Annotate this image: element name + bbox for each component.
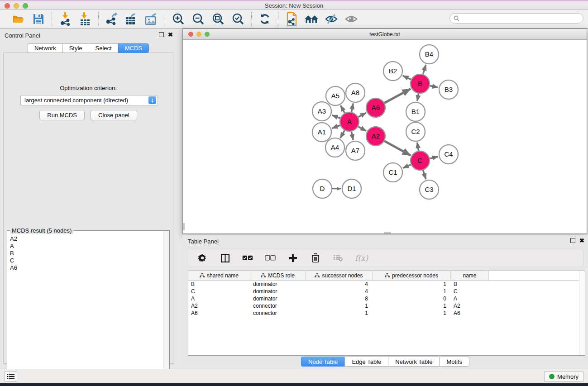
split-columns-icon[interactable]: [219, 252, 231, 264]
cell-shared-name[interactable]: A6: [188, 310, 250, 317]
result-list-item[interactable]: A6: [8, 264, 163, 272]
table-row[interactable]: Bdominator41B: [188, 281, 585, 288]
task-history-button[interactable]: [5, 371, 17, 382]
cell-successor-nodes[interactable]: 1: [306, 310, 373, 317]
network-horizontal-scroll-thumb[interactable]: [384, 232, 391, 234]
network-vertical-scroll-thumb[interactable]: [183, 223, 185, 230]
edge-B-B3[interactable]: [430, 86, 438, 87]
column-header-name[interactable]: name: [451, 271, 489, 280]
cell-shared-name[interactable]: A: [188, 295, 250, 302]
cell-name[interactable]: A6: [451, 310, 489, 317]
open-file-icon[interactable]: [11, 12, 26, 26]
cell-name[interactable]: C: [451, 288, 489, 295]
table-row[interactable]: Adominator80A: [188, 295, 585, 302]
cell-predecessor-nodes[interactable]: 1: [373, 281, 451, 288]
float-panel-icon[interactable]: [159, 32, 164, 37]
edge-A-A5[interactable]: [340, 105, 344, 113]
edge-B-B1[interactable]: [417, 94, 419, 101]
network-window-titlebar[interactable]: testGlobe.txt: [183, 29, 587, 40]
export-table-icon[interactable]: [124, 12, 139, 26]
edge-A-A4[interactable]: [340, 130, 344, 138]
cell-name[interactable]: B: [451, 281, 489, 288]
close-panel-icon[interactable]: ✖: [168, 32, 173, 37]
cell-successor-nodes[interactable]: 4: [306, 281, 373, 288]
cell-MCDS-role[interactable]: dominator: [250, 295, 306, 302]
import-table-icon[interactable]: [77, 12, 93, 26]
tab-mcds[interactable]: MCDS: [118, 43, 149, 53]
tab-style[interactable]: Style: [62, 43, 89, 53]
column-header-MCDS-role[interactable]: MCDS role: [250, 271, 306, 280]
tab-network-table[interactable]: Network Table: [388, 357, 439, 367]
zoom-selected-icon[interactable]: [230, 12, 246, 26]
gear-icon[interactable]: [196, 252, 208, 264]
table-row[interactable]: Cdominator41C: [188, 288, 585, 295]
run-mcds-button[interactable]: Run MCDS: [39, 110, 85, 120]
edge-A-A2[interactable]: [358, 127, 366, 131]
show-all-icon[interactable]: [344, 12, 359, 26]
result-list-item[interactable]: C: [8, 257, 163, 264]
cell-name[interactable]: A: [451, 295, 489, 302]
edge-B-B2[interactable]: [403, 76, 411, 80]
cell-predecessor-nodes[interactable]: 1: [373, 302, 451, 310]
cell-shared-name[interactable]: C: [188, 288, 250, 295]
optimization-criterion-select[interactable]: largest connected component (directed) ▲…: [20, 95, 158, 105]
mcds-result-scrollbar[interactable]: [163, 231, 169, 386]
zoom-fit-icon[interactable]: [210, 12, 226, 26]
cell-shared-name[interactable]: A2: [188, 302, 250, 310]
edge-A-A3[interactable]: [332, 115, 340, 118]
tab-select[interactable]: Select: [89, 43, 118, 53]
tab-edge-table[interactable]: Edge Table: [344, 357, 388, 367]
memory-button[interactable]: Memory: [544, 371, 583, 382]
zoom-in-icon[interactable]: [171, 12, 186, 26]
cell-predecessor-nodes[interactable]: 0: [373, 295, 451, 302]
cell-MCDS-role[interactable]: dominator: [250, 288, 306, 295]
delete-icon[interactable]: [310, 252, 321, 264]
select-all-checkboxes-icon[interactable]: [242, 252, 253, 264]
edge-A-A7[interactable]: [351, 132, 353, 140]
cell-MCDS-role[interactable]: dominator: [250, 281, 306, 288]
add-column-icon[interactable]: [287, 252, 299, 264]
import-network-icon[interactable]: [57, 12, 73, 26]
table-row[interactable]: A6connector11A6: [188, 310, 585, 317]
search-field[interactable]: [449, 13, 583, 24]
refresh-layout-icon[interactable]: [257, 12, 272, 26]
tab-motifs[interactable]: Motifs: [439, 357, 469, 367]
export-network-icon[interactable]: [104, 12, 120, 26]
delete-table-icon[interactable]: [332, 252, 344, 264]
function-builder-icon[interactable]: f(x): [355, 252, 368, 264]
clear-checkboxes-icon[interactable]: [264, 252, 276, 264]
export-image-icon[interactable]: [144, 12, 159, 26]
column-header-shared-name[interactable]: shared name: [188, 271, 250, 280]
zoom-out-icon[interactable]: [191, 12, 206, 26]
tab-node-table[interactable]: Node Table: [301, 357, 345, 367]
cell-MCDS-role[interactable]: connector: [250, 310, 306, 317]
column-header-successor-nodes[interactable]: successor nodes: [306, 271, 373, 280]
cell-predecessor-nodes[interactable]: 1: [373, 310, 451, 317]
save-session-icon[interactable]: [31, 12, 46, 26]
edge-C-C3[interactable]: [423, 170, 426, 179]
cell-predecessor-nodes[interactable]: 1: [373, 288, 451, 295]
column-header-predecessor-nodes[interactable]: predecessor nodes: [373, 271, 451, 280]
edge-A-A1[interactable]: [332, 125, 340, 129]
cell-successor-nodes[interactable]: 4: [306, 288, 373, 295]
tab-network[interactable]: Network: [28, 43, 62, 53]
result-list-item[interactable]: A: [8, 243, 163, 250]
edge-A-A6[interactable]: [358, 113, 366, 117]
edge-B-B4[interactable]: [423, 65, 425, 74]
network-file-icon[interactable]: [284, 12, 299, 26]
edge-C-C1[interactable]: [403, 165, 411, 168]
close-table-panel-icon[interactable]: ✖: [579, 238, 584, 243]
float-table-panel-icon[interactable]: [570, 238, 575, 243]
cell-successor-nodes[interactable]: 1: [306, 302, 373, 310]
search-input[interactable]: [459, 15, 573, 22]
result-list-item[interactable]: B: [8, 250, 163, 257]
edge-C-C2[interactable]: [417, 143, 419, 151]
network-canvas[interactable]: B4B2BB3A5A8A6A3B1AA1C2A2A4A7C4CC1C3DD1: [183, 40, 587, 234]
close-panel-button[interactable]: Close panel: [91, 110, 137, 120]
edge-A-A8[interactable]: [351, 104, 353, 112]
cell-shared-name[interactable]: B: [188, 281, 250, 288]
hide-selected-icon[interactable]: [324, 12, 339, 26]
node-table-scrollbar[interactable]: [579, 271, 585, 355]
cell-MCDS-role[interactable]: connector: [250, 302, 306, 310]
edge-C-C4[interactable]: [430, 157, 438, 158]
